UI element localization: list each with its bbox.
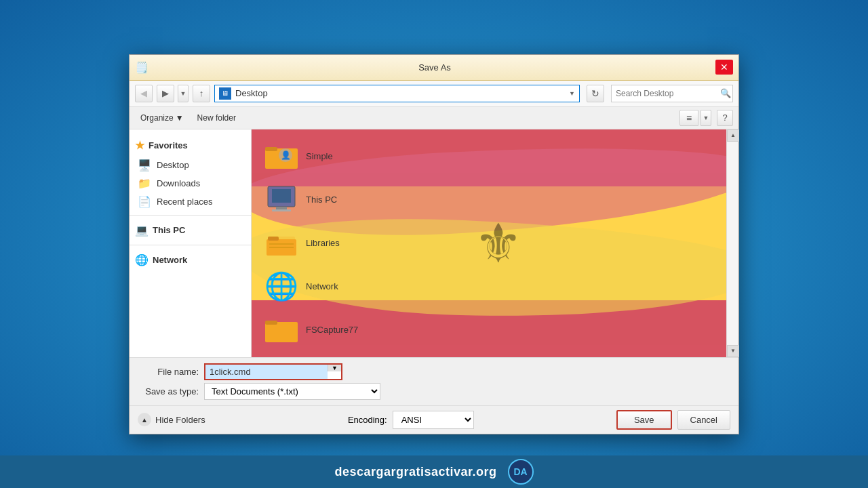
downloads-icon: 📁 xyxy=(138,177,151,190)
thispc-icon xyxy=(265,184,298,216)
scroll-track[interactable] xyxy=(727,142,738,345)
site-label: descargargratisactivar.org xyxy=(334,465,496,479)
file-item-fscapture[interactable]: FSCapture77 xyxy=(260,311,718,349)
save-type-label: Save as type: xyxy=(138,386,199,396)
network-icon: 🌐 xyxy=(135,253,149,266)
scroll-down-button[interactable]: ▼ xyxy=(727,345,739,357)
this-pc-icon: 💻 xyxy=(135,224,149,237)
svg-rect-5 xyxy=(272,189,291,203)
logo-badge: DA xyxy=(508,459,534,485)
network-label: Network xyxy=(306,281,338,291)
view-button[interactable]: ≡ xyxy=(679,110,698,126)
search-bar[interactable]: 🔍 xyxy=(611,85,733,102)
encoding-area: Encoding: ANSI UTF-8 Unicode xyxy=(348,411,474,429)
encoding-label: Encoding: xyxy=(348,415,387,425)
organize-button[interactable]: Organize ▼ xyxy=(135,111,189,125)
save-cancel-area: Save Cancel xyxy=(616,410,730,430)
libraries-label: Libraries xyxy=(306,238,340,248)
close-button[interactable]: ✕ xyxy=(715,60,733,75)
save-button[interactable]: Save xyxy=(616,410,672,430)
dialog-title: Save As xyxy=(154,62,715,73)
svg-rect-6 xyxy=(276,207,287,209)
svg-rect-13 xyxy=(265,322,298,342)
new-folder-button[interactable]: New folder xyxy=(192,111,241,125)
svg-rect-14 xyxy=(265,321,277,325)
network-file-icon: 🌐 xyxy=(265,270,298,303)
svg-rect-11 xyxy=(269,243,294,245)
favorites-star-icon: ★ xyxy=(135,139,144,152)
address-bar[interactable]: 🖥 Desktop ▼ xyxy=(214,85,580,102)
address-folder-icon: 🖥 xyxy=(219,87,231,100)
fscapture-icon xyxy=(265,314,298,346)
organize-dropdown-icon: ▼ xyxy=(176,113,184,123)
sidebar-divider-2 xyxy=(130,245,251,245)
bottom-controls: ▲ Hide Folders Encoding: ANSI UTF-8 Unic… xyxy=(130,405,738,434)
help-button[interactable]: ? xyxy=(717,110,733,126)
view-dropdown[interactable]: ▼ xyxy=(701,110,711,126)
save-type-select[interactable]: Text Documents (*.txt) xyxy=(204,383,380,400)
encoding-select[interactable]: ANSI UTF-8 Unicode xyxy=(393,411,474,429)
search-icon: 🔍 xyxy=(720,88,731,98)
file-name-label: File name: xyxy=(138,367,199,377)
forward-button[interactable]: ▶ xyxy=(157,85,174,102)
address-toolbar: ◀ ▶ ▼ ↑ 🖥 Desktop ▼ ↻ 🔍 xyxy=(130,81,738,107)
file-name-area: File name: ▼ Save as type: Text Document… xyxy=(130,357,738,405)
sidebar-item-desktop[interactable]: 🖥️ Desktop xyxy=(130,156,251,174)
taskbar: descargargratisactivar.org DA xyxy=(0,455,868,488)
file-name-input-wrapper: ▼ xyxy=(204,363,342,380)
window-icon: 🗒️ xyxy=(135,60,149,74)
file-name-dropdown[interactable]: ▼ xyxy=(328,365,341,371)
address-dropdown-arrow[interactable]: ▼ xyxy=(569,90,575,97)
svg-rect-10 xyxy=(268,237,279,241)
back-button[interactable]: ◀ xyxy=(135,85,153,102)
file-name-input[interactable] xyxy=(205,365,328,379)
up-button[interactable]: ↑ xyxy=(193,85,210,102)
svg-rect-1 xyxy=(265,147,277,151)
hide-folders-icon: ▲ xyxy=(138,413,151,426)
svg-rect-7 xyxy=(272,209,291,211)
recent-icon: 📄 xyxy=(138,195,151,208)
network-section[interactable]: 🌐 Network xyxy=(130,249,251,270)
svg-rect-12 xyxy=(269,247,294,248)
fscapture-label: FSCapture77 xyxy=(306,325,358,335)
svg-text:👤: 👤 xyxy=(281,150,291,160)
save-type-row: Save as type: Text Documents (*.txt) xyxy=(138,383,730,400)
file-item-thispc[interactable]: This PC xyxy=(260,181,718,219)
thispc-label: This PC xyxy=(306,195,337,205)
save-as-dialog: 🗒️ Save As ✕ ◀ ▶ ▼ ↑ 🖥 Desktop ▼ ↻ 🔍 Org… xyxy=(129,54,739,434)
sidebar-divider-1 xyxy=(130,215,251,216)
file-item-simple[interactable]: 👤 Simple xyxy=(260,138,718,176)
scrollbar[interactable]: ▲ ▼ xyxy=(726,129,738,357)
libraries-icon xyxy=(265,227,298,260)
hide-folders-button[interactable]: ▲ Hide Folders xyxy=(138,413,205,426)
desktop-icon: 🖥️ xyxy=(138,159,151,171)
file-item-libraries[interactable]: Libraries xyxy=(260,224,718,262)
cancel-button[interactable]: Cancel xyxy=(677,410,730,430)
nav-dropdown[interactable]: ▼ xyxy=(178,85,189,102)
sidebar-item-recent[interactable]: 📄 Recent places xyxy=(130,192,251,211)
search-input[interactable] xyxy=(616,89,717,98)
main-content: ★ Favorites 🖥️ Desktop 📁 Downloads 📄 Rec… xyxy=(130,129,738,357)
favorites-section[interactable]: ★ Favorites xyxy=(130,135,251,156)
secondary-toolbar: Organize ▼ New folder ≡ ▼ ? xyxy=(130,107,738,129)
simple-label: Simple xyxy=(306,151,333,161)
title-bar: 🗒️ Save As ✕ xyxy=(130,55,738,81)
file-item-network[interactable]: 🌐 Network xyxy=(260,268,718,306)
this-pc-section[interactable]: 💻 This PC xyxy=(130,220,251,241)
address-text: Desktop xyxy=(235,88,565,98)
simple-folder-icon: 👤 xyxy=(265,140,298,173)
scroll-up-button[interactable]: ▲ xyxy=(727,129,739,142)
file-name-row: File name: ▼ xyxy=(138,363,730,380)
window-controls: ✕ xyxy=(715,60,733,75)
refresh-button[interactable]: ↻ xyxy=(587,85,604,102)
sidebar-item-downloads[interactable]: 📁 Downloads xyxy=(130,174,251,192)
file-area: ⚜ 👤 Simple xyxy=(252,129,726,357)
sidebar: ★ Favorites 🖥️ Desktop 📁 Downloads 📄 Rec… xyxy=(130,129,252,357)
